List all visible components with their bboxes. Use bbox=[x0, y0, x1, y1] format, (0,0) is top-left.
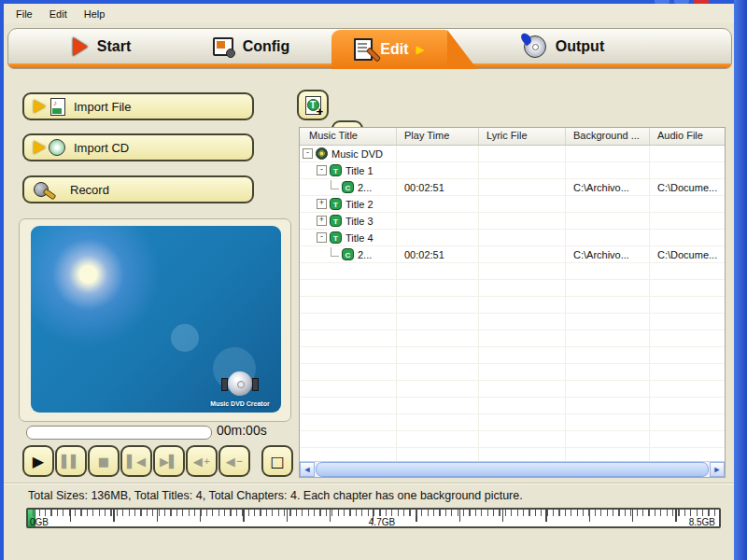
dvd-disc-icon bbox=[316, 147, 328, 160]
plus-icon: + bbox=[204, 456, 211, 466]
play-button[interactable]: ▶ bbox=[22, 445, 54, 477]
collapse-icon[interactable]: - bbox=[303, 148, 313, 159]
cell-lyric-file bbox=[479, 230, 566, 245]
tab-config[interactable]: Config bbox=[186, 29, 317, 64]
record-button[interactable]: Record bbox=[22, 175, 254, 203]
import-file-label: Import File bbox=[74, 100, 131, 114]
cell-play-time bbox=[397, 230, 479, 245]
cell-lyric-file bbox=[479, 179, 566, 195]
scroll-left-icon[interactable]: ◄ bbox=[300, 462, 315, 477]
tab-bar: Start Config Edit ▶ Output bbox=[7, 28, 732, 69]
table-row-title-1[interactable]: - T Title 1 bbox=[300, 162, 725, 179]
add-title-button[interactable]: T + bbox=[297, 90, 329, 120]
speaker-icon: ◀ bbox=[226, 455, 235, 469]
volume-down-button[interactable]: ◀ − bbox=[218, 445, 250, 477]
row-label: 2... bbox=[358, 249, 372, 260]
row-label: Title 4 bbox=[345, 232, 374, 244]
table-row-empty bbox=[300, 263, 725, 280]
previous-button[interactable]: ▌◀ bbox=[120, 445, 152, 477]
watermark-logo: Music DVD Creator bbox=[206, 371, 274, 407]
chapter-badge-icon: C bbox=[342, 181, 354, 193]
col-background[interactable]: Background ... bbox=[566, 128, 650, 145]
transport-controls: ▶ ▌▌ ■ ▌◀ ▶▌ ◀ + ◀ − □ bbox=[22, 445, 293, 477]
ruler-ticks-minor bbox=[28, 510, 719, 516]
lens-flare bbox=[31, 226, 176, 357]
cell-lyric-file bbox=[479, 246, 566, 262]
import-cd-button[interactable]: Import CD bbox=[22, 133, 254, 161]
menu-help[interactable]: Help bbox=[78, 7, 112, 21]
pause-icon: ▌▌ bbox=[62, 455, 80, 469]
stop-icon: ■ bbox=[98, 455, 109, 469]
title-list-table: Music Title Play Time Lyric File Backgro… bbox=[299, 127, 726, 478]
table-row-title-2[interactable]: + T Title 2 bbox=[300, 196, 725, 213]
stop-button[interactable]: ■ bbox=[88, 445, 120, 477]
next-button[interactable]: ▶▌ bbox=[153, 445, 185, 477]
cell-play-time: 00:02:51 bbox=[397, 246, 479, 262]
table-row-empty bbox=[300, 431, 725, 448]
table-row-empty bbox=[300, 381, 725, 398]
cell-audio-file bbox=[650, 196, 723, 212]
table-row-chapter[interactable]: C 2... 00:02:51 C:\Archivo... C:\Docume.… bbox=[300, 246, 725, 263]
title-badge-icon: T bbox=[330, 215, 342, 227]
col-lyric-file[interactable]: Lyric File bbox=[479, 128, 566, 145]
tab-output[interactable]: Output bbox=[494, 29, 634, 64]
expand-icon[interactable]: + bbox=[317, 216, 327, 226]
title-badge-icon: T bbox=[330, 164, 342, 176]
tab-output-label: Output bbox=[556, 38, 604, 55]
row-label: Music DVD bbox=[331, 148, 383, 160]
expand-icon[interactable]: + bbox=[317, 199, 327, 209]
cell-background bbox=[566, 213, 650, 229]
menu-edit[interactable]: Edit bbox=[43, 7, 74, 21]
table-row-chapter[interactable]: C 2... 00:02:51 C:\Archivo... C:\Docume.… bbox=[300, 179, 725, 196]
horizontal-scrollbar[interactable]: ◄ ► bbox=[300, 461, 725, 477]
window-border-right bbox=[734, 0, 747, 560]
cell-audio-file: C:\Docume... bbox=[650, 179, 723, 195]
time-label: 00m:00s bbox=[217, 423, 267, 438]
col-play-time[interactable]: Play Time bbox=[397, 128, 479, 145]
capacity-label-end: 8.5GB bbox=[689, 517, 715, 527]
progress-bar[interactable] bbox=[26, 426, 212, 440]
start-icon bbox=[73, 37, 88, 56]
import-file-button[interactable]: ♪ Import File bbox=[22, 92, 254, 120]
play-icon: ▶ bbox=[33, 453, 44, 470]
cell-background: C:\Archivo... bbox=[566, 179, 650, 195]
tree-connector bbox=[331, 180, 339, 189]
row-label: Title 2 bbox=[345, 199, 374, 210]
status-text: Total Sizes: 136MB, Total Titles: 4, Tot… bbox=[28, 489, 523, 502]
col-music-title[interactable]: Music Title bbox=[300, 128, 397, 145]
capacity-ruler: 0GB 4.7GB 8.5GB bbox=[26, 508, 721, 528]
cell-play-time bbox=[397, 196, 479, 212]
microphone-icon bbox=[34, 182, 49, 197]
tab-start[interactable]: Start bbox=[36, 29, 167, 64]
pause-button[interactable]: ▌▌ bbox=[55, 445, 87, 477]
fullscreen-button[interactable]: □ bbox=[261, 445, 293, 477]
capacity-label-start: 0GB bbox=[30, 517, 49, 527]
table-row-empty bbox=[300, 398, 725, 414]
collapse-icon[interactable]: - bbox=[317, 232, 327, 243]
table-row-title-3[interactable]: + T Title 3 bbox=[300, 213, 725, 230]
divider bbox=[4, 483, 734, 484]
table-header: Music Title Play Time Lyric File Backgro… bbox=[300, 128, 725, 146]
table-row-title-4[interactable]: - T Title 4 bbox=[300, 230, 725, 246]
tab-start-label: Start bbox=[97, 38, 131, 55]
scrollbar-thumb[interactable] bbox=[316, 462, 709, 477]
capacity-label-middle: 4.7GB bbox=[369, 517, 395, 527]
menu-file[interactable]: File bbox=[9, 7, 39, 21]
import-cd-label: Import CD bbox=[74, 141, 129, 155]
cd-icon bbox=[49, 139, 65, 156]
table-row-music-dvd[interactable]: - Music DVD bbox=[300, 146, 725, 162]
row-label: Title 1 bbox=[345, 165, 374, 176]
cell-audio-file: C:\Docume... bbox=[650, 246, 723, 262]
title-badge-icon: T bbox=[330, 198, 342, 210]
title-badge-icon: T bbox=[330, 231, 342, 244]
tab-edit-label: Edit bbox=[380, 41, 408, 58]
scroll-right-icon[interactable]: ► bbox=[710, 462, 725, 477]
edit-icon bbox=[354, 38, 373, 61]
import-arrow-icon bbox=[34, 141, 46, 154]
row-label: Title 3 bbox=[345, 216, 374, 227]
col-audio-file[interactable]: Audio File bbox=[650, 128, 723, 145]
tab-edit[interactable]: Edit ▶ bbox=[331, 30, 447, 69]
volume-up-button[interactable]: ◀ + bbox=[186, 445, 218, 477]
import-arrow-icon bbox=[34, 100, 46, 113]
collapse-icon[interactable]: - bbox=[317, 165, 327, 175]
